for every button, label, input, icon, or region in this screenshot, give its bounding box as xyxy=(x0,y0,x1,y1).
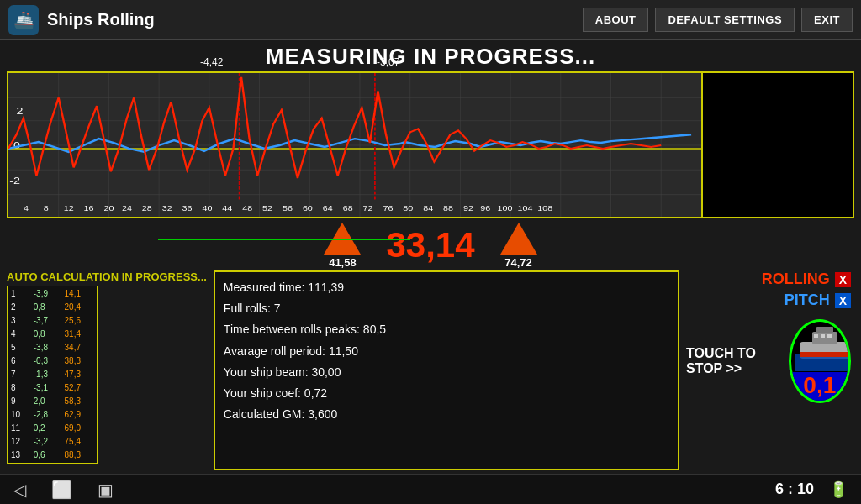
bottom-section: AUTO CALCULATION IN PROGRESS... 1-3,914,… xyxy=(7,270,854,470)
home-button[interactable]: ⬜ xyxy=(51,480,72,500)
pitch-label: PITCH xyxy=(784,291,830,309)
svg-rect-55 xyxy=(814,334,818,338)
left-table-container: AUTO CALCULATION IN PROGRESS... 1-3,914,… xyxy=(7,270,207,470)
table-row: 5-3,834,7 xyxy=(9,342,95,354)
chart-section: -4,42 -3,07 xyxy=(7,71,854,218)
recents-button[interactable]: ▣ xyxy=(98,480,114,500)
svg-text:92: 92 xyxy=(463,204,473,213)
svg-text:4: 4 xyxy=(24,204,29,213)
svg-text:8: 8 xyxy=(44,204,50,213)
table-row: 92,058,3 xyxy=(9,396,95,407)
svg-text:36: 36 xyxy=(182,204,193,213)
svg-text:68: 68 xyxy=(343,204,354,213)
svg-text:108: 108 xyxy=(537,204,552,213)
ship-beam: Your ship beam: 30,00 xyxy=(224,362,669,383)
svg-text:100: 100 xyxy=(498,204,513,213)
table-row: 3-3,725,6 xyxy=(9,315,95,327)
avg-roll-period: Avarage roll period: 11,50 xyxy=(224,341,669,362)
data-table: 1-3,914,120,820,43-3,725,640,831,45-3,83… xyxy=(7,286,98,464)
left-arrow-block: 41,58 xyxy=(324,223,361,269)
main-content: MEASURING IN PROGRESS... -4,42 -3,07 xyxy=(0,40,861,474)
status-text: MEASURING IN PROGRESS... xyxy=(7,44,854,70)
svg-text:64: 64 xyxy=(323,204,334,213)
default-settings-button[interactable]: DEFAULT SETTINGS xyxy=(655,8,795,32)
svg-text:48: 48 xyxy=(242,204,253,213)
svg-text:2: 2 xyxy=(17,105,24,116)
about-button[interactable]: ABOUT xyxy=(583,8,649,32)
right-panel: ROLLING X PITCH X TOUCH TO STOP >> xyxy=(686,270,854,470)
svg-text:84: 84 xyxy=(423,204,434,213)
auto-calc-label: AUTO CALCULATION IN PROGRESS... xyxy=(7,270,207,283)
rolling-label: ROLLING xyxy=(762,270,830,288)
arrow-connector-line xyxy=(158,239,410,240)
svg-text:80: 80 xyxy=(403,204,414,213)
back-button[interactable]: ◁ xyxy=(13,480,26,500)
touch-stop-area[interactable]: TOUCH TO STOP >> xyxy=(686,319,851,403)
table-row: 20,820,4 xyxy=(9,302,95,313)
chart-svg: 2 0 -2 4 8 12 16 20 24 28 32 36 40 44 48… xyxy=(8,73,701,217)
pitch-legend: PITCH X xyxy=(784,291,851,309)
table-row: 12-3,275,4 xyxy=(9,436,95,448)
exit-button[interactable]: EXIT xyxy=(801,8,853,32)
table-row: 8-3,152,7 xyxy=(9,382,95,394)
svg-text:88: 88 xyxy=(443,204,454,213)
rolling-legend: ROLLING X xyxy=(762,270,851,288)
peak2-label: -3,07 xyxy=(377,56,399,68)
right-arrow-label: 74,72 xyxy=(504,256,532,269)
ship-circle[interactable]: 0,1 xyxy=(789,319,851,403)
battery-icon: 🔋 xyxy=(829,480,848,499)
ship-image xyxy=(795,325,851,371)
ship-value: 0,1 xyxy=(791,372,848,401)
svg-rect-56 xyxy=(821,334,825,338)
app-title: Ships Rolling xyxy=(47,10,576,29)
table-row: 40,831,4 xyxy=(9,328,95,340)
measured-time: Measured time: 111,39 xyxy=(224,277,669,298)
svg-text:20: 20 xyxy=(103,204,114,213)
top-bar: 🚢 Ships Rolling ABOUT DEFAULT SETTINGS E… xyxy=(0,0,861,40)
nav-icons: ◁ ⬜ ▣ xyxy=(13,480,114,500)
clock: 6 : 10 xyxy=(775,480,814,498)
app-icon-image: 🚢 xyxy=(13,10,34,30)
left-arrow-label: 41,58 xyxy=(329,256,357,269)
svg-text:60: 60 xyxy=(303,204,314,213)
svg-text:44: 44 xyxy=(222,204,233,213)
ship-coef: Your ship coef: 0,72 xyxy=(224,383,669,404)
svg-text:96: 96 xyxy=(480,204,491,213)
svg-text:76: 76 xyxy=(383,204,394,213)
svg-text:52: 52 xyxy=(262,204,272,213)
right-arrow-up xyxy=(500,223,537,255)
svg-rect-54 xyxy=(816,327,833,333)
app-icon: 🚢 xyxy=(8,5,39,35)
table-body: 1-3,914,120,820,43-3,725,640,831,45-3,83… xyxy=(9,288,95,461)
right-arrow-block: 74,72 xyxy=(500,223,537,269)
svg-text:56: 56 xyxy=(283,204,293,213)
svg-text:32: 32 xyxy=(162,204,172,213)
table-row: 7-1,347,3 xyxy=(9,369,95,381)
time-between: Time between rolls peaks: 80,5 xyxy=(224,319,669,340)
svg-rect-53 xyxy=(812,332,837,344)
table-row: 6-0,338,3 xyxy=(9,355,95,367)
stats-box: Measured time: 111,39 Full rolls: 7 Time… xyxy=(214,270,679,470)
svg-text:16: 16 xyxy=(84,204,95,213)
chart-container: 2 0 -2 4 8 12 16 20 24 28 32 36 40 44 48… xyxy=(7,71,703,218)
table-row: 1-3,914,1 xyxy=(9,288,95,300)
svg-text:12: 12 xyxy=(64,204,74,213)
right-nav: 6 : 10 🔋 xyxy=(775,480,848,499)
table-row: 10-2,862,9 xyxy=(9,409,95,421)
svg-rect-59 xyxy=(800,352,851,357)
svg-text:28: 28 xyxy=(142,204,153,213)
full-rolls: Full rolls: 7 xyxy=(224,298,669,319)
calc-gm: Calculated GM: 3,600 xyxy=(224,404,669,425)
peak1-label: -4,42 xyxy=(200,56,223,68)
touch-stop-text: TOUCH TO STOP >> xyxy=(686,346,780,376)
chart-black-area xyxy=(703,71,854,218)
table-row: 110,269,0 xyxy=(9,423,95,434)
pitch-x[interactable]: X xyxy=(835,293,851,308)
svg-text:24: 24 xyxy=(122,204,133,213)
bottom-nav: ◁ ⬜ ▣ 6 : 10 🔋 xyxy=(0,474,861,504)
svg-rect-57 xyxy=(827,334,832,338)
table-row: 130,688,3 xyxy=(9,449,95,461)
rolling-x[interactable]: X xyxy=(835,272,851,287)
svg-text:72: 72 xyxy=(363,204,373,213)
center-value: 33,14 xyxy=(386,225,474,265)
